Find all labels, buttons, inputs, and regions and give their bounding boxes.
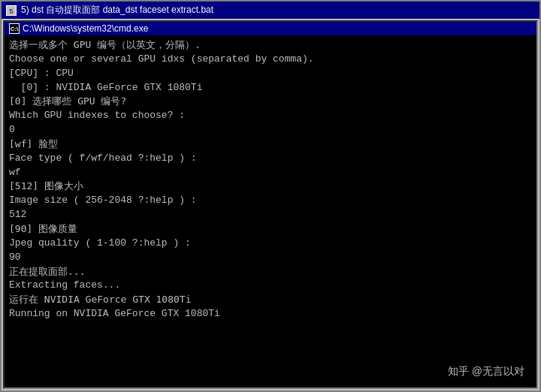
console-line: Extracting faces... [9,279,532,293]
console-line: 选择一或多个 GPU 编号（以英文，分隔）. [9,38,532,53]
console-line: Image size ( 256-2048 ?:help ) : [9,194,532,208]
console-line: [0] : NVIDIA GeForce GTX 1080Ti [9,81,532,95]
console-line: 0 [9,123,532,137]
inner-title-text: C:\Windows\system32\cmd.exe [23,23,148,34]
console-line: 512 [9,208,532,222]
console-line: Choose one or several GPU idxs (separate… [9,53,532,67]
console-line: 90 [9,251,532,265]
console-line: 正在提取面部... [9,265,532,279]
console-line: wf [9,166,532,180]
console-line: [wf] 脸型 [9,137,532,152]
console-line: [0] 选择哪些 GPU 编号? [9,95,532,109]
watermark: 知乎 @无言以对 [448,365,524,378]
console-area: 选择一或多个 GPU 编号（以英文，分隔）.Choose one or seve… [5,35,536,387]
console-line: Face type ( f/wf/head ?:help ) : [9,152,532,166]
inner-window: C:\ C:\Windows\system32\cmd.exe 选择一或多个 G… [3,20,538,389]
cmd-icon: C:\ [9,23,20,34]
inner-title-bar: C:\ C:\Windows\system32\cmd.exe [5,22,536,35]
console-line: [CPU] : CPU [9,67,532,81]
outer-title-text: 5) dst 自动提取面部 data_dst faceset extract.b… [21,4,213,17]
console-line: [512] 图像大小 [9,179,532,194]
outer-window: 5 5) dst 自动提取面部 data_dst faceset extract… [0,0,541,392]
outer-title-bar: 5 5) dst 自动提取面部 data_dst faceset extract… [2,2,539,19]
outer-window-icon: 5 [6,5,17,16]
console-line: [90] 图像质量 [9,222,532,237]
console-line: Jpeg quality ( 1-100 ?:help ) : [9,237,532,251]
console-line: Running on NVIDIA GeForce GTX 1080Ti [9,307,532,321]
console-line: Which GPU indexes to choose? : [9,109,532,123]
console-line: 运行在 NVIDIA GeForce GTX 1080Ti [9,293,532,307]
